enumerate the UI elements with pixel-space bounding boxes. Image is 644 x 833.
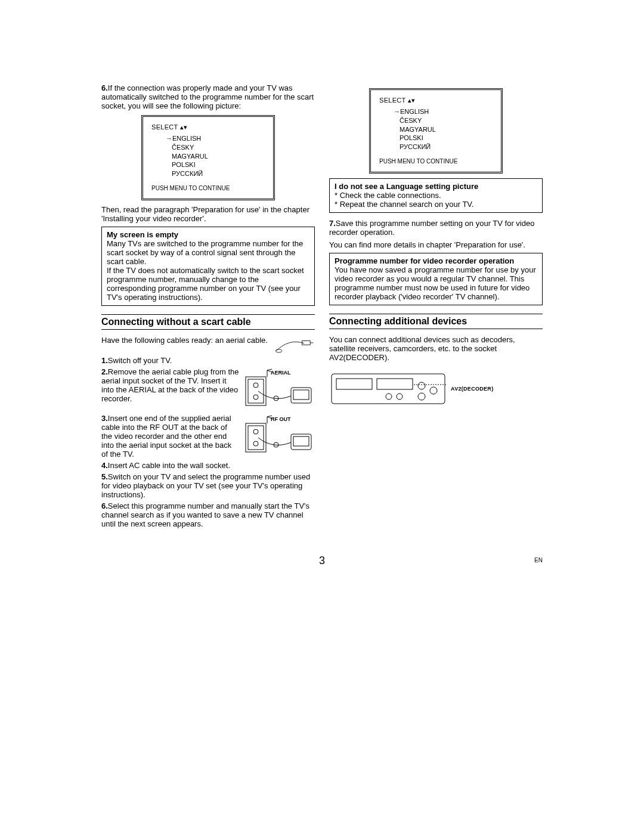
lang-item: MAGYARUL — [166, 152, 265, 161]
step-2: 2.Remove the aerial cable plug from the … — [101, 367, 315, 411]
info-box-empty-screen: My screen is empty Many TVs are switched… — [101, 227, 315, 306]
section-heading-additional: Connecting additional devices — [329, 314, 543, 329]
diagram-label: RF OUT — [271, 416, 291, 422]
svg-point-23 — [430, 387, 437, 394]
info-body: You have now saved a programme number fo… — [335, 265, 537, 301]
step-text: Switch off your TV. — [108, 356, 172, 365]
info-title: Programme number for video recorder oper… — [335, 256, 537, 265]
info-body: If the TV does not automatically switch … — [107, 266, 309, 302]
step-text: Insert AC cable into the wall socket. — [108, 461, 230, 470]
step-7: 7.Save this programme number setting on … — [329, 219, 543, 237]
svg-rect-14 — [293, 436, 309, 446]
svg-point-20 — [397, 394, 402, 400]
select-label: SELECT ▴▾ — [151, 123, 265, 132]
step-number: 6. — [101, 501, 108, 510]
step-text: Save this programme number setting on yo… — [329, 219, 534, 237]
info-body: Many TVs are switched to the programme n… — [107, 239, 309, 266]
cables-ready-row: Have the following cables ready: an aeri… — [101, 336, 315, 356]
step-6b: 6.Select this programme number and manua… — [101, 501, 315, 528]
page-footer: 3 EN — [101, 555, 543, 572]
lang-label: ENGLISH — [400, 108, 429, 115]
step-text: Remove the aerial cable plug from the ae… — [101, 367, 239, 403]
select-label: SELECT ▴▾ — [379, 96, 493, 105]
svg-rect-17 — [336, 379, 372, 389]
lang-label: ENGLISH — [172, 135, 201, 142]
steps-list: 1.Switch off your TV. 2.Remove the aeria… — [101, 356, 315, 528]
osd-screen-left: SELECT ▴▾ →ENGLISH ČESKY MAGYARUL POLSKI… — [141, 115, 275, 200]
svg-rect-9 — [246, 423, 266, 452]
lang-item: →ENGLISH — [166, 134, 265, 143]
step-text: If the connection was properly made and … — [101, 83, 314, 110]
step-text: Select this programme number and manuall… — [101, 501, 309, 528]
manual-page: 6.If the connection was properly made an… — [101, 83, 543, 572]
info-line: * Repeat the channel search on your TV. — [335, 200, 537, 209]
continue-label: PUSH MENU TO CONTINUE — [379, 155, 493, 166]
cables-ready-text: Have the following cables ready: an aeri… — [101, 336, 270, 345]
info-title: My screen is empty — [107, 230, 309, 239]
aerial-connection-diagram: AERIAL — [243, 367, 315, 411]
language-list: →ENGLISH ČESKY MAGYARUL POLSKI РУССКИЙ — [151, 132, 265, 182]
continue-label: PUSH MENU TO CONTINUE — [151, 182, 265, 193]
info-line: * Check the cable connections. — [335, 191, 537, 200]
language-code: EN — [534, 557, 543, 563]
av2-decoder-label: AV2(DECODER) — [451, 386, 493, 392]
svg-point-12 — [253, 441, 258, 446]
step-number: 6. — [101, 83, 108, 92]
svg-point-0 — [275, 349, 281, 352]
step-1: 1.Switch off your TV. — [101, 356, 315, 365]
step-number: 3. — [101, 414, 108, 423]
rf-out-connection-diagram: RF OUT — [243, 414, 315, 458]
svg-rect-7 — [293, 390, 309, 400]
step-4: 4.Insert AC cable into the wall socket. — [101, 461, 315, 470]
back-panel-diagram — [329, 368, 448, 410]
svg-point-4 — [253, 383, 258, 388]
step-text: Insert one end of the supplied aerial ca… — [101, 414, 231, 459]
step-number: 2. — [101, 367, 108, 376]
svg-point-11 — [253, 429, 258, 434]
lang-item: РУССКИЙ — [394, 143, 493, 151]
svg-point-5 — [253, 395, 258, 400]
page-number: 3 — [101, 555, 543, 567]
section-heading-no-scart: Connecting without a scart cable — [101, 314, 315, 330]
av2-diagram-row: AV2(DECODER) — [329, 368, 543, 410]
two-column-layout: 6.If the connection was properly made an… — [101, 83, 543, 531]
step-3: 3.Insert one end of the supplied aerial … — [101, 414, 315, 459]
step-number: 4. — [101, 461, 108, 470]
after-step7-text: You can find more details in chapter 'Pr… — [329, 240, 543, 249]
step-5: 5.Switch on your TV and select the progr… — [101, 472, 315, 499]
info-box-programme-number: Programme number for video recorder oper… — [329, 253, 543, 305]
svg-point-21 — [418, 382, 425, 389]
diagram-label: AERIAL — [271, 370, 291, 376]
step-number: 1. — [101, 356, 108, 365]
step-6: 6.If the connection was properly made an… — [101, 83, 315, 110]
svg-rect-18 — [377, 379, 413, 389]
lang-item: →ENGLISH — [394, 107, 493, 116]
osd-screen-right: SELECT ▴▾ →ENGLISH ČESKY MAGYARUL POLSKI… — [369, 88, 503, 174]
left-column: 6.If the connection was properly made an… — [101, 83, 315, 531]
aerial-cable-icon — [273, 336, 315, 356]
right-column: SELECT ▴▾ →ENGLISH ČESKY MAGYARUL POLSKI… — [329, 83, 543, 531]
additional-devices-text: You can connect additional devices such … — [329, 335, 543, 362]
step-number: 7. — [329, 219, 336, 228]
lang-item: ČESKY — [166, 143, 265, 152]
lang-item: POLSKI — [166, 160, 265, 169]
info-box-no-language: I do not see a Language setting picture … — [329, 178, 543, 213]
lang-item: РУССКИЙ — [166, 169, 265, 178]
svg-point-19 — [386, 394, 392, 400]
lang-item: MAGYARUL — [394, 125, 493, 134]
lang-item: POLSKI — [394, 134, 493, 143]
svg-rect-2 — [246, 377, 266, 405]
language-list: →ENGLISH ČESKY MAGYARUL POLSKI РУССКИЙ — [379, 105, 493, 155]
after-screen-text: Then, read the paragraph 'Preparation fo… — [101, 205, 315, 223]
lang-item: ČESKY — [394, 116, 493, 125]
step-number: 5. — [101, 472, 108, 481]
info-title: I do not see a Language setting picture — [335, 182, 537, 191]
arrow-icon: → — [166, 135, 172, 142]
arrow-icon: → — [394, 108, 400, 115]
svg-point-22 — [418, 393, 425, 400]
step-text: Switch on your TV and select the program… — [101, 472, 310, 499]
